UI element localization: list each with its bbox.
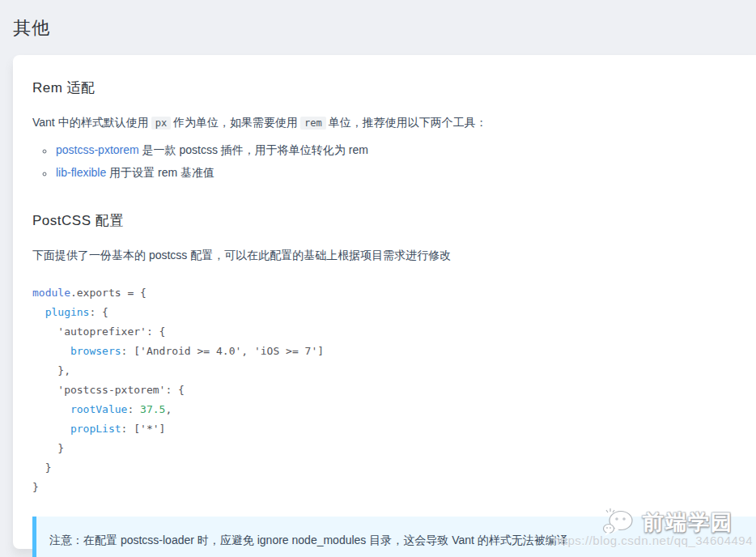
- code-line: },: [32, 361, 737, 381]
- intro-text-segment: 单位，推荐使用以下两个工具：: [329, 116, 487, 129]
- page-header: 其他: [0, 0, 756, 55]
- content-card: Rem 适配 Vant 中的样式默认使用px作为单位，如果需要使用rem单位，推…: [13, 55, 756, 549]
- page-title: 其他: [13, 16, 743, 40]
- code-line: propList: ['*']: [32, 419, 737, 439]
- code-line: 'postcss-pxtorem': {: [32, 381, 737, 400]
- postcss-intro-paragraph: 下面提供了一份基本的 postcss 配置，可以在此配置的基础上根据项目需求进行…: [32, 247, 737, 263]
- intro-text-segment: Vant 中的样式默认使用: [32, 116, 149, 129]
- code-line: plugins: {: [32, 303, 737, 322]
- code-line: module.exports = {: [32, 283, 737, 303]
- code-line: }: [32, 478, 737, 497]
- rem-intro-paragraph: Vant 中的样式默认使用px作为单位，如果需要使用rem单位，推荐使用以下两个…: [32, 114, 737, 131]
- code-line: rootValue: 37.5,: [32, 400, 737, 419]
- tool-description: 用于设置 rem 基准值: [106, 166, 214, 179]
- code-line: }: [32, 439, 737, 458]
- section-heading-rem: Rem 适配: [32, 79, 737, 97]
- inline-code-chip: px: [151, 117, 171, 130]
- code-line: }: [32, 458, 737, 478]
- tool-link[interactable]: postcss-pxtorem: [56, 143, 139, 156]
- tool-list-item: postcss-pxtorem 是一款 postcss 插件，用于将单位转化为 …: [54, 142, 737, 158]
- note-text: 注意：在配置 postcss-loader 时，应避免 ignore node_…: [49, 533, 743, 547]
- inline-code-chip: rem: [300, 117, 326, 130]
- tool-list-item: lib-flexible 用于设置 rem 基准值: [54, 164, 737, 181]
- postcss-config-code-block: module.exports = { plugins: { 'autoprefi…: [32, 283, 737, 497]
- intro-text-segment: 作为单位，如果需要使用: [173, 116, 298, 129]
- section-heading-postcss: PostCSS 配置: [32, 211, 737, 230]
- tool-description: 是一款 postcss 插件，用于将单位转化为 rem: [139, 143, 368, 156]
- code-line: browsers: ['Android >= 4.0', 'iOS >= 7']: [32, 342, 737, 361]
- tool-list: postcss-pxtorem 是一款 postcss 插件，用于将单位转化为 …: [32, 142, 737, 181]
- code-line: 'autoprefixer': {: [32, 322, 737, 342]
- note-box: 注意：在配置 postcss-loader 时，应避免 ignore node_…: [32, 517, 756, 557]
- tool-link[interactable]: lib-flexible: [56, 166, 106, 179]
